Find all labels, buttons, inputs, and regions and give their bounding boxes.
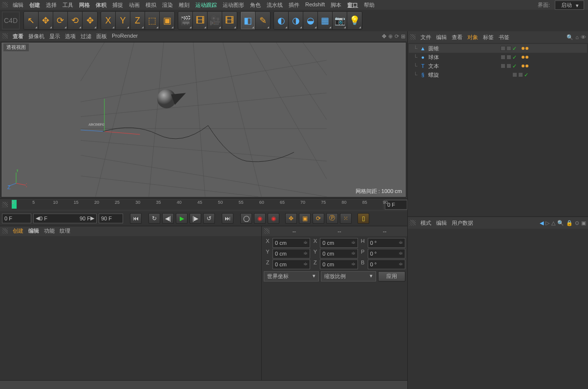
play-button[interactable]: ▶ xyxy=(176,213,188,224)
coord-Y-av[interactable]: 0 cm≑ xyxy=(273,249,310,259)
coord-Z-cv[interactable]: 0 °≑ xyxy=(368,259,405,269)
vp-menu-过滤[interactable]: 过滤 xyxy=(81,33,91,40)
coord-Y-bv[interactable]: 0 cm≑ xyxy=(320,249,357,259)
back-icon[interactable]: ◀ xyxy=(540,220,544,226)
tool-button[interactable]: ◧ xyxy=(241,12,255,29)
home-icon[interactable]: ⌂ xyxy=(575,34,579,41)
tool-button[interactable]: ▦ xyxy=(318,12,333,29)
current-frame[interactable]: 0 F xyxy=(2,214,31,223)
coord-space-dropdown[interactable]: 世界坐标▾ xyxy=(264,271,319,281)
obj-tab-file[interactable]: 文件 xyxy=(420,34,431,41)
mat-tab-edit[interactable]: 编辑 xyxy=(28,227,39,235)
coord-Y-cv[interactable]: 0 °≑ xyxy=(368,249,405,259)
tool-button[interactable]: 🎞 xyxy=(222,12,237,29)
coord-scale-dropdown[interactable]: 缩放比例▾ xyxy=(321,271,376,281)
vp-move-icon[interactable]: ✥ xyxy=(382,33,386,40)
menu-运动跟踪[interactable]: 运动跟踪 xyxy=(192,0,220,10)
menu-创建[interactable]: 创建 xyxy=(26,0,43,10)
obj-tab-bookmarks[interactable]: 书签 xyxy=(499,34,509,41)
attr-tab-mode[interactable]: 模式 xyxy=(420,219,431,227)
key-rot-button[interactable]: ⟳ xyxy=(313,213,324,224)
menu-动画[interactable]: 动画 xyxy=(126,0,143,10)
menu-雕刻[interactable]: 雕刻 xyxy=(176,0,192,10)
perspective-viewport[interactable]: 透视视图 xyxy=(1,42,406,197)
tool-button[interactable]: Y xyxy=(116,12,130,29)
goto-end-button[interactable]: ⏭ xyxy=(222,213,233,224)
tool-button[interactable]: 🎥 xyxy=(208,12,222,29)
vp-menu-查看[interactable]: 查看 xyxy=(13,33,23,40)
lock-icon[interactable]: 🔒 xyxy=(566,220,573,226)
autokey-button[interactable]: ◉ xyxy=(268,213,279,224)
menu-工具[interactable]: 工具 xyxy=(60,0,76,10)
timeline-ruler[interactable]: 051015202530354045505560657075808590 xyxy=(12,200,383,210)
coord-Z-bv[interactable]: 0 cm≑ xyxy=(320,259,357,269)
vp-zoom-icon[interactable]: ⊕ xyxy=(388,33,393,40)
menu-插件[interactable]: 插件 xyxy=(286,0,302,10)
attr-tab-edit[interactable]: 编辑 xyxy=(436,219,447,227)
coord-X-bv[interactable]: 0 cm≑ xyxy=(320,238,357,248)
menu-脚本[interactable]: 脚本 xyxy=(328,0,344,10)
tool-button[interactable]: ◑ xyxy=(289,12,303,29)
menu-选择[interactable]: 选择 xyxy=(43,0,60,10)
next-frame-button[interactable]: |▶ xyxy=(189,213,201,224)
timeline[interactable]: 051015202530354045505560657075808590 0 F xyxy=(0,198,407,211)
layout-dropdown[interactable]: 启动 ▾ xyxy=(555,0,584,10)
coord-X-cv[interactable]: 0 °≑ xyxy=(368,238,405,248)
vp-menu-ProRender[interactable]: ProRender xyxy=(112,33,138,40)
vp-rotate-icon[interactable]: ⟳ xyxy=(395,33,399,40)
new-icon[interactable]: ▣ xyxy=(581,220,586,226)
vp-menu-显示[interactable]: 显示 xyxy=(49,33,60,40)
timeline-end[interactable]: 0 F xyxy=(385,200,407,210)
tool-button[interactable]: ⟳ xyxy=(53,12,68,29)
tool-button[interactable]: ↖ xyxy=(24,12,39,29)
obj-tab-tags[interactable]: 标签 xyxy=(483,34,494,41)
attr-tab-user[interactable]: 用户数据 xyxy=(452,219,473,227)
goto-start-button[interactable]: ⏮ xyxy=(130,213,142,224)
up-icon[interactable]: △ xyxy=(551,220,555,226)
vp-menu-选项[interactable]: 选项 xyxy=(65,33,76,40)
mat-tab-func[interactable]: 功能 xyxy=(44,227,55,235)
menu-网格[interactable]: 网格 xyxy=(76,0,93,10)
search-icon[interactable]: 🔍 xyxy=(567,34,573,41)
key-scale-button[interactable]: ▣ xyxy=(299,213,311,224)
obj-tab-edit[interactable]: 编辑 xyxy=(436,34,447,41)
coord-Z-av[interactable]: 0 cm≑ xyxy=(273,259,310,269)
range-box[interactable]: ◀0 F90 F▶ xyxy=(33,214,97,223)
menu-Redshift[interactable]: Redshift xyxy=(302,0,328,10)
loop-button[interactable]: ↻ xyxy=(148,213,160,224)
menu-角色[interactable]: 角色 xyxy=(247,0,264,10)
mat-tab-create[interactable]: 创建 xyxy=(13,227,23,235)
tool-button[interactable]: ◒ xyxy=(303,12,318,29)
vp-layout-icon[interactable]: ⊞ xyxy=(401,33,405,40)
menu-帮助[interactable]: 帮助 xyxy=(361,0,378,10)
tool-button[interactable]: X xyxy=(101,12,116,29)
rec-button[interactable]: ◉ xyxy=(254,213,266,224)
vp-menu-摄像机[interactable]: 摄像机 xyxy=(28,33,44,40)
obj-tab-objects[interactable]: 对象 xyxy=(467,34,478,41)
object-row-圆锥[interactable]: └▲圆锥✓ xyxy=(409,44,587,53)
fwd-icon[interactable]: ▷ xyxy=(546,220,549,226)
tool-button[interactable]: 🎞 xyxy=(193,12,208,29)
menu-窗口[interactable]: 窗口 xyxy=(344,0,361,10)
prev-frame-button[interactable]: ◀| xyxy=(162,213,174,224)
object-row-螺旋[interactable]: └§螺旋✓ xyxy=(409,70,587,79)
coord-X-av[interactable]: 0 cm≑ xyxy=(273,238,310,248)
rec-off-button[interactable]: ◯ xyxy=(240,213,252,224)
menu-运动图形[interactable]: 运动图形 xyxy=(220,0,247,10)
target-icon[interactable]: ⊙ xyxy=(575,220,579,226)
tool-button[interactable]: 💡 xyxy=(347,12,362,29)
key-pla-button[interactable]: ⁙ xyxy=(340,213,352,224)
search-icon[interactable]: 🔍 xyxy=(557,220,564,226)
menu-体积[interactable]: 体积 xyxy=(93,0,109,10)
tool-button[interactable]: ✎ xyxy=(255,12,270,29)
object-row-文本[interactable]: └T文本✓ xyxy=(409,62,587,70)
key-pos-button[interactable]: ✥ xyxy=(285,213,297,224)
vp-menu-面板[interactable]: 面板 xyxy=(96,33,107,40)
apply-button[interactable]: 应用 xyxy=(378,271,405,281)
tool-button[interactable]: 🎬 xyxy=(178,12,193,29)
menu-编辑[interactable]: 编辑 xyxy=(10,0,26,10)
tool-button[interactable]: ✥ xyxy=(39,12,53,29)
menu-流水线[interactable]: 流水线 xyxy=(264,0,286,10)
range-end[interactable]: 90 F xyxy=(99,214,123,223)
menu-渲染[interactable]: 渲染 xyxy=(159,0,176,10)
